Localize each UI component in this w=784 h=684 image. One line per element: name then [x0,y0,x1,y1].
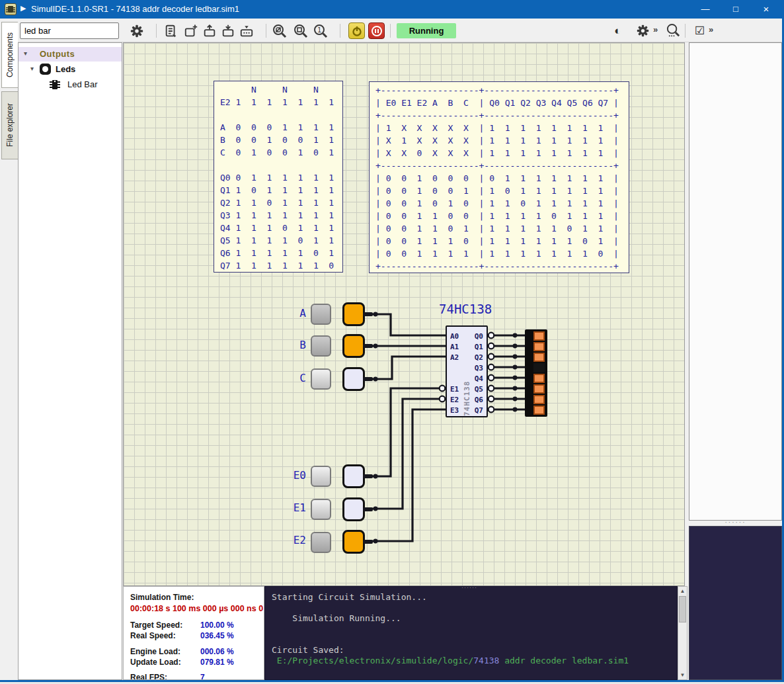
pin-label: A2 [450,354,459,362]
led-segment [533,374,545,383]
save-circuit-icon[interactable] [219,22,236,39]
push-button-e2[interactable] [311,532,331,553]
circuit-canvas[interactable]: N N N E2 1 1 1 1 1 1 1 A 0 0 0 1 1 1 1 B… [123,42,685,586]
led-bar-chip-icon [49,79,61,91]
simulation-stats-panel: Simulation Time: 00:00:18 s 100 ms 000 µ… [123,586,264,680]
state-indicator-c[interactable] [342,367,365,391]
expand-arrow-icon[interactable]: ▾ [30,65,34,72]
state-indicator-a[interactable] [342,302,365,326]
file-info-icon[interactable] [163,22,179,39]
close-button[interactable]: × [751,0,781,19]
state-indicator-e0[interactable] [342,464,365,488]
splitter-handle[interactable]: ······ [689,521,782,526]
power-button[interactable] [348,22,365,39]
led-segment [533,406,545,415]
serial-monitor-panel [689,526,782,680]
truth-table-note-left[interactable]: N N N E2 1 1 1 1 1 1 1 A 0 0 0 1 1 1 1 B… [214,81,343,273]
splitter-handle[interactable]: ······ [456,586,483,589]
window-title: SimulIDE-1.1.0-SR1 - 74138 addr decoder … [31,4,239,14]
stat-value: 000.06 % [200,647,234,656]
stat-label: Simulation Time: [130,593,194,602]
pin-label: E2 [450,396,459,404]
input-label-e2: E2 [278,534,306,548]
title-bar: ▶ SimulIDE-1.1.0-SR1 - 74138 addr decode… [0,0,784,19]
truth-table-text: +-------------------+-------------------… [370,82,629,275]
component-search-input[interactable] [20,22,119,39]
truth-table-note-right[interactable]: +-------------------+-------------------… [369,81,629,273]
chip-74hc138[interactable]: A0 A1 A2 E1 E2 E3 Q0 Q1 Q2 Q3 Q4 Q5 Q6 Q… [446,325,488,417]
scrollbar-thumb[interactable] [679,596,686,622]
pin-label: A1 [450,343,459,351]
expand-arrow-icon[interactable]: ▾ [24,50,27,57]
led-segment [533,363,545,372]
stat-label: Engine Load: [130,647,180,656]
chip-title-label[interactable]: 74HC138 [439,302,492,316]
tree-leaf-led-bar[interactable]: Led Bar [19,77,122,92]
theme-icon[interactable]: ◐ [609,22,626,39]
checkbox-panel-icon[interactable]: ☑ [691,22,708,39]
pause-button[interactable] [368,22,385,39]
tab-file-explorer[interactable]: File explorer [1,91,18,159]
pin-label: A0 [450,333,459,341]
settings-gear-icon[interactable] [128,22,145,39]
led-bar[interactable] [525,329,547,417]
push-button-c[interactable] [311,368,331,390]
led-segment [533,342,545,351]
input-label-b: B [278,339,306,353]
input-label-e1: E1 [278,501,306,516]
zoom-one-icon[interactable]: 1 [312,22,329,39]
tree-group-outputs[interactable]: ▾ Outputs [19,47,122,62]
pin-label: Q0 [475,333,483,341]
toolbar-separator [266,24,266,38]
state-indicator-e1[interactable] [342,497,365,521]
pin-label: Q7 [475,407,483,415]
chevron-more-icon[interactable]: » [653,24,658,34]
stat-label: Real Speed: [130,631,176,640]
console-scrollbar[interactable]: ▲ ▼ [678,586,687,680]
tab-components[interactable]: Components [1,22,18,88]
status-badge: Running [397,23,456,38]
minimize-button[interactable]: — [690,0,721,19]
zoom-fit-icon[interactable] [271,22,288,39]
scroll-down-icon[interactable]: ▼ [678,672,687,678]
pin-label: Q6 [475,396,483,404]
console-text: Starting Circuit Simulation... Simulatio… [265,587,677,671]
pin-label: Q1 [475,343,483,351]
zoom-extents-icon[interactable] [292,22,309,39]
push-button-e1[interactable] [311,499,331,520]
stat-value: 100.00 % [200,620,234,630]
input-label-e0: E0 [278,469,306,484]
find-component-icon[interactable] [665,22,682,39]
new-circuit-icon[interactable] [182,22,199,39]
components-panel: ▾ Outputs ▾ Leds Led Bar [18,42,122,680]
tree-leaf-label: Led Bar [67,79,98,89]
stat-value: 7 [200,673,205,680]
chevron-more-icon[interactable]: » [709,24,713,34]
tree-item-leds[interactable]: ▾ Leds [19,62,122,77]
recent-circuits-icon[interactable] [238,22,255,39]
pin-label: Q3 [475,364,483,372]
led-segment [533,331,545,341]
toolbar-separator [685,24,686,38]
stat-label: Update Load: [130,658,181,667]
state-indicator-e2[interactable] [342,530,365,554]
toolbar-separator [340,24,340,38]
led-category-icon [40,64,51,75]
play-icon: ▶ [20,4,26,13]
app-icon [5,3,17,15]
input-label-a: A [278,307,306,321]
stat-label: Real FPS: [130,673,167,680]
pin-label: Q5 [475,386,483,394]
open-circuit-icon[interactable] [201,22,217,39]
message-console[interactable]: Starting Circuit Simulation... Simulatio… [264,586,678,680]
maximize-button[interactable]: □ [721,0,751,19]
push-button-e0[interactable] [311,466,331,487]
chip-body-label: 74HC138 [463,327,471,416]
push-button-b[interactable] [311,335,331,357]
push-button-a[interactable] [311,304,331,325]
settings-gear-icon[interactable] [635,22,651,39]
state-indicator-b[interactable] [342,334,365,358]
tree-group-label: Outputs [40,49,75,59]
scroll-up-icon[interactable]: ▲ [678,588,687,594]
pin-label: E3 [450,407,459,415]
